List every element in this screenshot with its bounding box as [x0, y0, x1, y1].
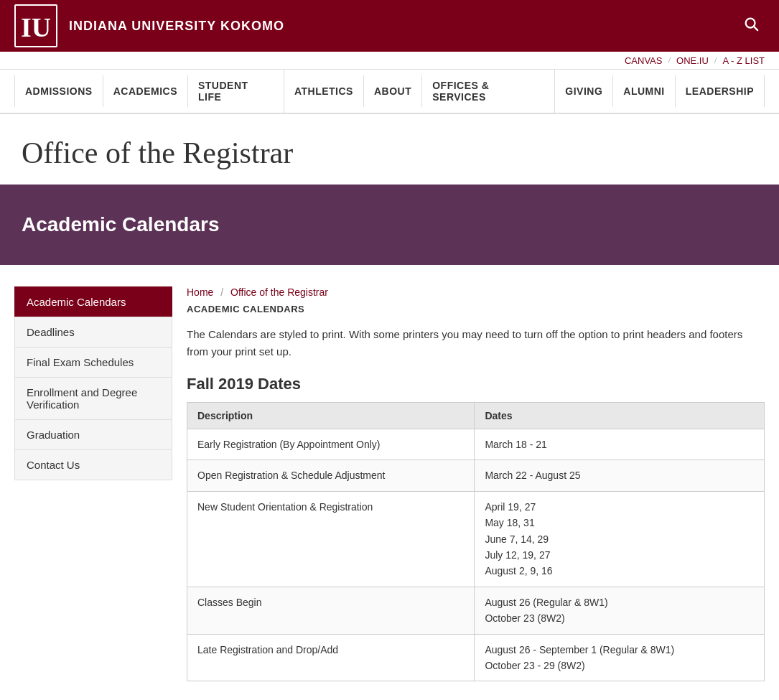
nav-athletics[interactable]: ATHLETICS — [284, 75, 364, 107]
svg-text:IU: IU — [22, 12, 50, 42]
svg-line-2 — [755, 27, 758, 31]
sidebar-item[interactable]: Academic Calendars — [14, 286, 172, 317]
nav-offices-services[interactable]: OFFICES & SERVICES — [422, 70, 555, 113]
sidebar-item[interactable]: Deadlines — [14, 317, 172, 347]
breadcrumb-sep: / — [220, 286, 223, 298]
nav-about[interactable]: ABOUT — [364, 75, 422, 107]
table-row: Open Registration & Schedule AdjustmentM… — [187, 460, 765, 491]
col-description: Description — [187, 403, 475, 429]
breadcrumb: Home / Office of the Registrar — [187, 286, 765, 298]
cell-description: Open Registration & Schedule Adjustment — [187, 460, 475, 491]
cell-dates: April 19, 27May 18, 31June 7, 14, 29July… — [475, 491, 765, 587]
calendar-table: Description Dates Early Registration (By… — [187, 402, 765, 681]
table-row: Late Registration and Drop/AddAugust 26 … — [187, 634, 765, 681]
cell-dates: August 26 - September 1 (Regular & 8W1)O… — [475, 634, 765, 681]
sidebar-item[interactable]: Contact Us — [14, 449, 172, 480]
intro-text: The Calendars are styled to print. With … — [187, 326, 765, 360]
page-title-section: Office of the Registrar — [0, 114, 779, 185]
section-label: ACADEMIC CALENDARS — [187, 304, 765, 314]
breadcrumb-home[interactable]: Home — [187, 286, 213, 298]
nav-admissions[interactable]: ADMISSIONS — [14, 75, 103, 107]
iu-logo: IU — [14, 4, 57, 47]
nav-alumni[interactable]: ALUMNI — [613, 75, 675, 107]
hero-banner: Academic Calendars — [0, 185, 779, 265]
nav-giving[interactable]: GIVING — [555, 75, 613, 107]
content-wrapper: Academic CalendarsDeadlinesFinal Exam Sc… — [0, 265, 779, 700]
col-dates: Dates — [475, 403, 765, 429]
cell-dates: March 22 - August 25 — [475, 460, 765, 491]
cell-description: Late Registration and Drop/Add — [187, 634, 475, 681]
sidebar-item[interactable]: Graduation — [14, 419, 172, 450]
table-header: Description Dates — [187, 403, 765, 429]
cell-description: Classes Begin — [187, 587, 475, 634]
cell-description: Early Registration (By Appointment Only) — [187, 429, 475, 460]
top-bar-left: IU INDIANA UNIVERSITY KOKOMO — [14, 4, 284, 47]
az-list-link[interactable]: A - Z LIST — [722, 55, 765, 66]
table-body: Early Registration (By Appointment Only)… — [187, 429, 765, 681]
page-title: Office of the Registrar — [22, 136, 757, 170]
util-sep-1: / — [668, 55, 671, 66]
cell-dates: March 18 - 21 — [475, 429, 765, 460]
table-row: Early Registration (By Appointment Only)… — [187, 429, 765, 460]
hero-title: Academic Calendars — [22, 213, 219, 236]
utility-nav: CANVAS / ONE.IU / A - Z LIST — [0, 52, 779, 70]
main-nav: ADMISSIONS ACADEMICS STUDENT LIFE ATHLET… — [0, 70, 779, 114]
table-section-title: Fall 2019 Dates — [187, 375, 765, 393]
university-name: INDIANA UNIVERSITY KOKOMO — [69, 19, 284, 34]
sidebar-item[interactable]: Final Exam Schedules — [14, 347, 172, 378]
table-row: Classes BeginAugust 26 (Regular & 8W1)Oc… — [187, 587, 765, 634]
search-button[interactable] — [737, 10, 765, 42]
sidebar-item[interactable]: Enrollment and Degree Verification — [14, 377, 172, 420]
top-bar-right — [737, 10, 765, 42]
nav-leadership[interactable]: LEADERSHIP — [676, 75, 765, 107]
nav-student-life[interactable]: STUDENT LIFE — [188, 70, 284, 113]
nav-academics[interactable]: ACADEMICS — [103, 75, 188, 107]
table-row: New Student Orientation & RegistrationAp… — [187, 491, 765, 587]
oneiu-link[interactable]: ONE.IU — [676, 55, 709, 66]
canvas-link[interactable]: CANVAS — [625, 55, 663, 66]
breadcrumb-office[interactable]: Office of the Registrar — [230, 286, 328, 298]
cell-description: New Student Orientation & Registration — [187, 491, 475, 587]
cell-dates: August 26 (Regular & 8W1)October 23 (8W2… — [475, 587, 765, 634]
main-content: Home / Office of the Registrar ACADEMIC … — [187, 286, 765, 681]
svg-point-1 — [746, 19, 755, 28]
sidebar: Academic CalendarsDeadlinesFinal Exam Sc… — [14, 286, 172, 681]
top-bar: IU INDIANA UNIVERSITY KOKOMO — [0, 0, 779, 52]
util-sep-2: / — [714, 55, 717, 66]
